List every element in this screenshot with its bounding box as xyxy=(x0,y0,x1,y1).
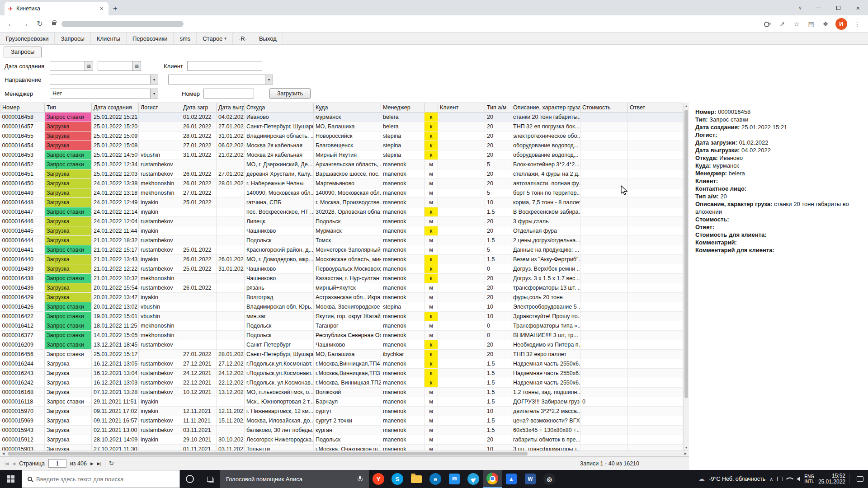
scroll-left-icon[interactable]: ◀ xyxy=(0,451,7,456)
column-header-manager[interactable]: Менеджер xyxy=(381,103,425,113)
window-close-button[interactable]: × xyxy=(848,0,868,15)
table-row[interactable]: 0000015970Загрузка09.11.2021 17:02inyaki… xyxy=(0,407,683,416)
share-icon[interactable]: ↗ xyxy=(776,18,788,30)
weather-icon[interactable]: ☁ xyxy=(698,475,705,483)
table-row[interactable]: 0000016446Загрузка24.01.2022 12:04rustam… xyxy=(0,217,683,226)
vertical-scrollbar-thumb[interactable] xyxy=(684,110,688,398)
table-row[interactable]: 0000015912Загрузка28.10.2021 14:09inyaki… xyxy=(0,435,683,445)
column-header-num[interactable]: Номер xyxy=(0,103,45,113)
column-header-flag[interactable] xyxy=(425,103,438,113)
table-row[interactable]: 0000015903Загрузка27.10.2021 11:3001.11.… xyxy=(0,445,683,451)
column-header-created[interactable]: Дата создания xyxy=(92,103,139,113)
yandex-search-button[interactable] xyxy=(180,470,200,488)
column-header-desc[interactable]: Описание, характер груза xyxy=(511,103,580,113)
alice-assistant-widget[interactable]: Голосовой помощник Алиса xyxy=(220,470,369,488)
column-header-client[interactable]: Клиент xyxy=(438,103,485,113)
edge-icon[interactable]: e xyxy=(426,470,445,488)
vertical-scrollbar[interactable]: ▲ ▼ xyxy=(683,103,689,450)
telegram-icon[interactable]: ▶ xyxy=(464,470,483,488)
table-row[interactable]: 0000016436Загрузка20.01.2022 15:54rustam… xyxy=(0,283,683,293)
table-row[interactable]: 0000016448Загрузка24.01.2022 12:49inyaki… xyxy=(0,198,683,207)
first-page-button[interactable]: |◀ xyxy=(5,461,9,466)
forward-icon[interactable]: → xyxy=(19,18,32,30)
menu-item-requests[interactable]: Запросы xyxy=(55,33,90,44)
display-icon[interactable] xyxy=(777,477,783,481)
tab-close-icon[interactable]: × xyxy=(99,5,105,12)
prev-page-button[interactable]: ◀ xyxy=(12,461,15,466)
column-header-cost[interactable]: Стоимость xyxy=(580,103,628,113)
microphone-icon[interactable] xyxy=(358,476,363,483)
menu-item-old[interactable]: Старое▾ xyxy=(197,33,233,44)
table-row[interactable]: 0000016118Запрос ставки29.11.2021 11:51i… xyxy=(0,397,683,407)
browser-menu-icon[interactable]: ⋮ xyxy=(851,18,863,30)
table-row[interactable]: 0000016439Загрузка21.01.2022 12:22rustam… xyxy=(0,264,683,274)
word-icon[interactable]: W xyxy=(521,470,540,488)
table-row[interactable]: 0000016377Запрос ставки14.01.2022 15:05m… xyxy=(0,331,683,340)
table-row[interactable]: 0000016412Запрос ставки18.01.2022 11:25m… xyxy=(0,321,683,331)
language-indicator[interactable]: ENGINTL xyxy=(804,474,814,484)
scroll-up-icon[interactable]: ▲ xyxy=(684,103,689,109)
reload-icon[interactable]: ↻ xyxy=(33,18,46,30)
search-input[interactable] xyxy=(36,476,174,483)
column-header-logist[interactable]: Логист xyxy=(139,103,181,113)
date-from-input[interactable] xyxy=(50,61,85,71)
table-row[interactable]: 0000016438Запрос ставки21.01.2022 10:32m… xyxy=(0,274,683,283)
extensions-icon[interactable]: ❖ xyxy=(819,18,832,30)
next-page-button[interactable]: ▶ xyxy=(90,461,94,466)
column-header-unload[interactable]: Дата выгр xyxy=(217,103,245,113)
calendar-icon[interactable]: ▦ xyxy=(85,61,93,71)
menu-item-exit[interactable]: Выход xyxy=(253,33,283,44)
table-row[interactable]: 0000016449Загрузка24.01.2022 13:18mekhon… xyxy=(0,188,683,198)
password-key-icon[interactable] xyxy=(761,18,774,30)
table-row[interactable]: 0000016242Загрузка16.12.2021 13:03rustam… xyxy=(0,378,683,388)
horizontal-scrollbar-thumb[interactable] xyxy=(8,452,528,455)
profile-avatar[interactable]: И xyxy=(835,18,847,30)
table-row[interactable]: 0000016452Запрос ставки25.01.2022 12:34r… xyxy=(0,160,683,169)
task-view-button[interactable] xyxy=(200,470,220,488)
notification-center-icon[interactable] xyxy=(857,476,863,482)
taskbar-search[interactable] xyxy=(22,470,180,488)
table-row[interactable]: 0000016453Запрос ставки25.01.2022 14:50v… xyxy=(0,150,683,160)
url-field-blurred[interactable] xyxy=(61,21,184,27)
client-input[interactable] xyxy=(187,61,262,71)
table-row[interactable]: 0000016445Загрузка24.01.2022 11:44inyaki… xyxy=(0,226,683,236)
obs-icon[interactable]: ◎ xyxy=(540,470,559,488)
column-header-from[interactable]: Откуда xyxy=(245,103,314,113)
skype-icon[interactable]: S xyxy=(388,470,407,488)
last-page-button[interactable]: ▶| xyxy=(97,461,101,466)
chrome-icon[interactable] xyxy=(483,470,502,488)
tray-chevron-icon[interactable]: ∧ xyxy=(769,476,773,482)
table-row[interactable]: 0000016458Запрос ставки25.01.2022 15:210… xyxy=(0,113,683,122)
load-button[interactable]: Загрузить xyxy=(269,88,311,99)
column-header-load[interactable]: Дата загр xyxy=(181,103,217,113)
start-button[interactable] xyxy=(0,470,22,488)
refresh-icon[interactable]: ↻ xyxy=(109,460,114,467)
weather-text[interactable]: -9°C Неб. облачность xyxy=(709,476,765,482)
table-row[interactable]: 0000016456Запрос ставки25.01.2022 15:172… xyxy=(0,350,683,359)
table-row[interactable]: 0000016426Запрос ставки20.01.2022 13:02v… xyxy=(0,302,683,312)
table-row[interactable]: 0000016441Запрос ставки21.01.2022 15:17r… xyxy=(0,245,683,255)
clock[interactable]: 15:5225.01.2022 xyxy=(818,473,845,485)
yandex-browser-icon[interactable]: Y xyxy=(369,470,388,488)
tab-requests[interactable]: Запросы xyxy=(4,47,42,57)
date-to-input[interactable] xyxy=(98,61,133,71)
bookmark-star-icon[interactable]: ☆ xyxy=(790,18,803,30)
window-maximize-button[interactable] xyxy=(828,0,848,15)
table-row[interactable]: 0000016168Загрузка07.12.2021 13:28rustam… xyxy=(0,388,683,397)
table-row[interactable]: 0000016209Запрос ставки13.12.2021 18:45r… xyxy=(0,340,683,350)
browser-tab[interactable]: ✈ Кинетика × xyxy=(5,2,108,15)
number-input[interactable] xyxy=(203,89,254,99)
table-row[interactable]: 0000016451Загрузка25.01.2022 12:03rustam… xyxy=(0,169,683,179)
table-row[interactable]: 0000016454Загрузка25.01.2022 15:0827.01.… xyxy=(0,141,683,150)
table-row[interactable]: 0000015943Загрузка02.11.2021 13:00rustam… xyxy=(0,426,683,435)
volume-icon[interactable] xyxy=(797,477,800,481)
direction-from-select[interactable]: ▾ xyxy=(50,75,158,84)
wifi-icon[interactable] xyxy=(786,475,794,483)
photos-icon[interactable]: ▲ xyxy=(502,470,521,488)
column-header-to[interactable]: Куда xyxy=(314,103,381,113)
table-row[interactable]: 0000015969Загрузка09.11.2021 16:57rustam… xyxy=(0,416,683,426)
table-row[interactable]: 0000016244Загрузка16.12.2021 13:05rustam… xyxy=(0,359,683,369)
table-row[interactable]: 0000016447Запрос ставки24.01.2022 12:14i… xyxy=(0,207,683,217)
new-tab-button[interactable]: + xyxy=(113,4,118,13)
mail-icon[interactable]: ✉ xyxy=(445,470,464,488)
